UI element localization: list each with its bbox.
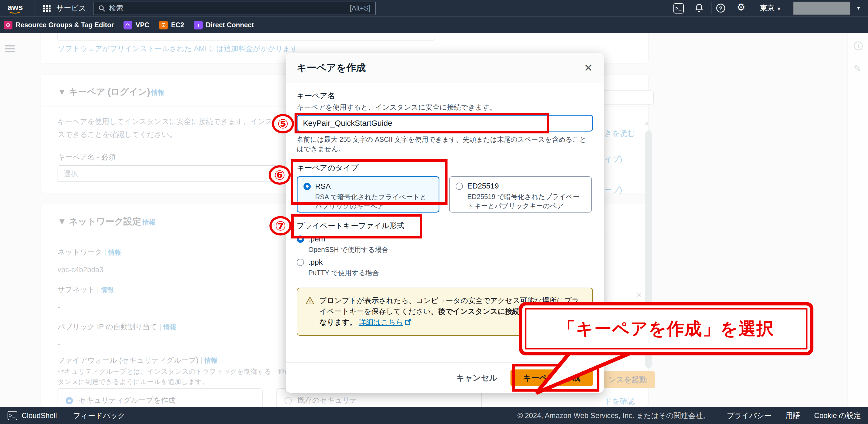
annotation-step7-circle: ⑦: [270, 216, 291, 235]
copyright-text: © 2024, Amazon Web Services, Inc. またはその関…: [518, 411, 710, 421]
favorite-label: Direct Connect: [206, 21, 254, 29]
ec2-icon: [159, 21, 168, 29]
services-grid-icon: [43, 5, 51, 12]
feedback-link[interactable]: フィードバック: [73, 411, 125, 421]
annotation-box-name-input: [294, 113, 549, 133]
cloudshell-terminal-icon: >_: [7, 411, 17, 420]
vpc-icon: [124, 21, 132, 29]
learn-more-link[interactable]: 詳細はこちら: [359, 318, 403, 326]
ppk-label: .ppk: [308, 258, 323, 266]
help-icon[interactable]: ?: [716, 3, 726, 13]
ed25519-label: ED25519: [467, 182, 499, 190]
favorite-label: Resource Groups & Tag Editor: [16, 21, 114, 29]
aws-smile-swoosh: [8, 10, 22, 13]
svg-text:?: ?: [719, 5, 723, 11]
cloudshell-label: CloudShell: [22, 412, 57, 420]
cloudshell-icon[interactable]: >_: [674, 3, 684, 13]
annotation-box-rsa-card: [291, 159, 447, 205]
terms-link[interactable]: 用語: [785, 411, 800, 421]
annotation-box-pem-option: [291, 214, 422, 238]
radio-unselected-icon[interactable]: [456, 183, 463, 190]
nav-divider: [711, 2, 712, 14]
annotation-step5-circle: ⑤: [272, 114, 294, 133]
favorites-bar: Resource Groups & Tag Editor VPC EC2 Dir…: [0, 17, 868, 33]
close-icon[interactable]: ✕: [584, 62, 593, 73]
account-menu-redacted[interactable]: [794, 2, 850, 14]
callout-bubble: 「キーペアを作成」を選択: [519, 302, 813, 355]
services-menu[interactable]: サービス: [43, 0, 86, 17]
cloudshell-launcher[interactable]: >_ CloudShell: [7, 411, 57, 420]
keypair-name-help: 名前には最大 255 文字の ASCII 文字を使用できます。先頭または末尾のス…: [297, 135, 589, 154]
favorite-resource-groups[interactable]: Resource Groups & Tag Editor: [4, 21, 114, 29]
favorite-vpc[interactable]: VPC: [124, 21, 149, 29]
favorite-ec2[interactable]: EC2: [159, 21, 184, 29]
modal-title: キーペアを作成: [297, 61, 366, 74]
bottom-status-bar: >_ CloudShell フィードバック © 2024, Amazon Web…: [0, 407, 868, 424]
region-selector[interactable]: 東京 ▼: [760, 0, 781, 17]
services-label: サービス: [57, 4, 86, 12]
pem-desc: OpenSSH で使用する場合: [308, 245, 593, 254]
top-navigation-bar: aws サービス 検索 [Alt+S] >_ ? ⚙ 東京 ▼: [0, 0, 868, 17]
external-link-icon: [405, 317, 411, 328]
direct-connect-icon: [194, 21, 203, 29]
search-placeholder: 検索: [109, 3, 123, 13]
notifications-bell-icon[interactable]: [694, 3, 704, 13]
nav-divider: [690, 2, 690, 14]
search-input[interactable]: 検索 [Alt+S]: [93, 2, 376, 15]
account-caret-icon[interactable]: ▼: [856, 0, 861, 17]
settings-gear-icon[interactable]: ⚙: [737, 2, 747, 12]
resource-groups-icon: [4, 21, 12, 29]
favorite-direct-connect[interactable]: Direct Connect: [194, 21, 254, 29]
ppk-desc: PuTTY で使用する場合: [308, 268, 593, 278]
region-label: 東京: [760, 4, 775, 12]
search-icon: [98, 5, 105, 12]
favorite-label: EC2: [171, 21, 184, 29]
aws-console-screen: aws サービス 検索 [Alt+S] >_ ? ⚙ 東京 ▼: [0, 0, 868, 424]
annotation-step6-circle: ⑥: [269, 165, 291, 185]
warning-icon: [305, 295, 315, 328]
aws-logo[interactable]: aws: [7, 3, 27, 13]
cookie-settings-link[interactable]: Cookie の設定: [814, 411, 861, 421]
modal-header: キーペアを作成 ✕: [286, 53, 604, 83]
privacy-link[interactable]: プライバシー: [727, 411, 772, 421]
keypair-name-label: キーペア名: [297, 91, 593, 101]
ed25519-desc: ED25519 で暗号化されたプライベートキーとパブリックキーのペア: [467, 192, 585, 210]
nav-divider: [733, 2, 733, 14]
search-shortcut-hint: [Alt+S]: [350, 4, 371, 12]
cancel-button[interactable]: キャンセル: [456, 372, 498, 384]
callout-text: 「キーペアを作成」を選択: [558, 317, 774, 340]
favorite-label: VPC: [135, 21, 149, 29]
keypair-name-desc: キーペアを使用すると、インスタンスに安全に接続できます。: [297, 103, 593, 112]
ppk-option[interactable]: .ppk PuTTY で使用する場合: [297, 258, 593, 278]
ed25519-option-card[interactable]: ED25519 ED25519 で暗号化されたプライベートキーとパブリックキーの…: [449, 176, 592, 213]
radio-unselected-icon[interactable]: [297, 259, 304, 266]
